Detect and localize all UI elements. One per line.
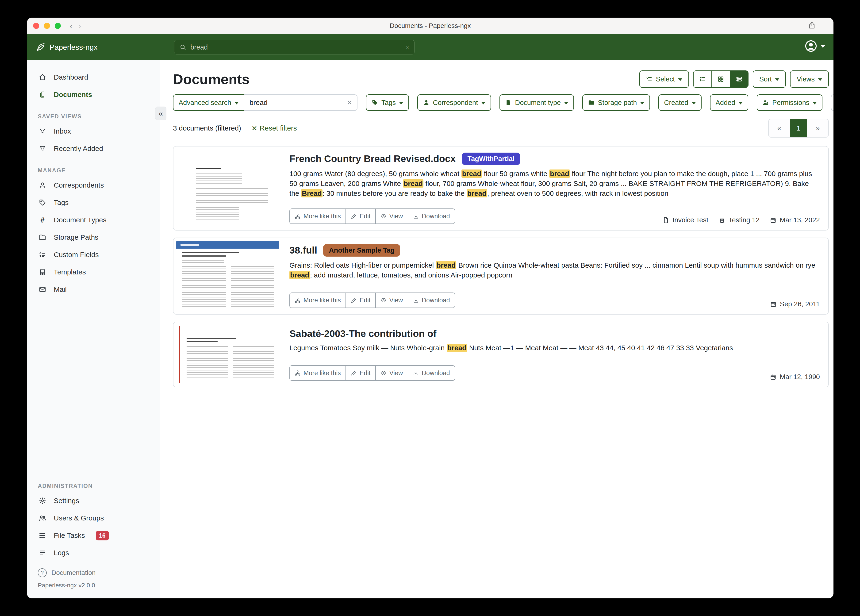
edit-button[interactable]: Edit [346, 366, 376, 380]
sidebar-item-correspondents[interactable]: Correspondents [27, 176, 160, 194]
document-title[interactable]: French Country Bread Revised.docx [289, 153, 456, 164]
documentation-link[interactable]: ? Documentation [38, 566, 160, 580]
document-meta: Mar 12, 1990 [770, 373, 820, 381]
chevron-down-icon [813, 102, 817, 104]
sidebar-item-storage-paths[interactable]: Storage Paths [27, 229, 160, 246]
sidebar-item-label: Correspondents [54, 181, 104, 189]
sidebar-item-templates[interactable]: Templates [27, 263, 160, 281]
added-filter-button[interactable]: Added [710, 94, 749, 111]
global-search[interactable]: x [174, 40, 414, 55]
document-type-link[interactable]: Invoice Test [662, 216, 708, 224]
sidebar-item-documents[interactable]: Documents [27, 86, 160, 103]
correspondent-filter-button[interactable]: Correspondent [417, 94, 491, 111]
file-icon [662, 217, 669, 223]
previous-page-button[interactable]: « [769, 119, 790, 137]
storage-link[interactable]: Testing 12 [719, 216, 760, 224]
sidebar-item-inbox[interactable]: Inbox [27, 123, 160, 140]
download-button[interactable]: Download [408, 209, 455, 223]
page-header-row: Documents Select [173, 71, 829, 88]
chevron-down-icon [640, 102, 644, 104]
created-filter-label: Created [664, 99, 688, 107]
sidebar-item-recently-added[interactable]: Recently Added [27, 140, 160, 157]
detail-view-button[interactable] [730, 71, 748, 87]
share-icon[interactable] [808, 21, 816, 30]
user-menu[interactable] [804, 39, 825, 53]
more-like-this-button[interactable]: More like this [290, 293, 346, 308]
global-search-input[interactable] [190, 43, 406, 52]
views-button[interactable]: Views [790, 71, 829, 88]
chevron-down-icon [399, 102, 403, 104]
sidebar-item-dashboard[interactable]: Dashboard [27, 69, 160, 86]
person-icon [38, 181, 47, 189]
document-title[interactable]: Sabaté-2003-The contribution of [289, 328, 436, 339]
created-filter-button[interactable]: Created [658, 94, 701, 111]
document-thumbnail[interactable] [173, 238, 282, 314]
list-view-button[interactable] [694, 71, 712, 87]
sidebar-item-logs[interactable]: Logs [27, 544, 160, 561]
sidebar-item-custom-fields[interactable]: Custom Fields [27, 246, 160, 263]
file-tasks-badge: 16 [96, 531, 109, 541]
edit-button[interactable]: Edit [346, 293, 376, 308]
view-button[interactable]: View [376, 209, 408, 223]
download-icon [413, 213, 419, 219]
storage-path-filter-button[interactable]: Storage path [582, 94, 650, 111]
document-type-filter-button[interactable]: Document type [499, 94, 574, 111]
tag-badge[interactable]: TagWithPartial [462, 152, 520, 165]
document-snippet: 100 grams Water (80 degrees), 50 grams w… [289, 169, 820, 198]
more-like-this-button[interactable]: More like this [290, 209, 346, 223]
eye-icon [380, 297, 386, 303]
storage-value: Testing 12 [728, 216, 760, 224]
tag-badge[interactable]: Another Sample Tag [323, 244, 400, 256]
sort-button[interactable]: Sort [753, 71, 786, 88]
sidebar-item-tags[interactable]: Tags [27, 194, 160, 211]
advanced-search-group: Advanced search ✕ [173, 94, 358, 111]
reset-filters-button[interactable]: ✕ Reset filters [831, 94, 833, 111]
next-page-button[interactable]: » [807, 119, 828, 137]
document-card-body: Sabaté-2003-The contribution of Legumes … [282, 322, 828, 387]
card-actions: More like this Edit View [289, 292, 455, 308]
view-controls: Select S [639, 71, 829, 88]
more-like-this-button[interactable]: More like this [290, 366, 346, 380]
view-button[interactable]: View [376, 366, 408, 380]
sidebar-item-document-types[interactable]: # Document Types [27, 211, 160, 229]
sidebar-item-file-tasks[interactable]: File Tasks 16 [27, 527, 160, 544]
download-button[interactable]: Download [408, 293, 455, 308]
funnel-icon [38, 127, 47, 135]
sidebar-item-users-groups[interactable]: Users & Groups [27, 509, 160, 527]
filter-query-input[interactable] [244, 99, 357, 107]
permissions-filter-button[interactable]: Permissions [757, 94, 822, 111]
sidebar-item-label: Storage Paths [54, 233, 98, 241]
download-label: Download [422, 369, 450, 377]
document-snippet: Legumes Tomatoes Soy milk — Nuts Whole-g… [289, 343, 820, 353]
reset-filters-link[interactable]: ✕ Reset filters [251, 124, 297, 132]
select-button[interactable]: Select [639, 71, 689, 88]
sidebar-collapse-button[interactable]: « [155, 107, 166, 120]
tags-filter-button[interactable]: Tags [366, 94, 409, 111]
clear-search-icon[interactable]: x [406, 43, 409, 51]
document-thumbnail[interactable] [173, 322, 282, 387]
document-card: 38.full Another Sample Tag Grains: Rolle… [173, 237, 829, 314]
grid-view-button[interactable] [712, 71, 730, 87]
funnel-icon [38, 145, 47, 152]
view-button[interactable]: View [376, 293, 408, 308]
document-snippet: Grains: Rolled oats High-fiber or pumper… [289, 260, 820, 280]
document-card: Sabaté-2003-The contribution of Legumes … [173, 322, 829, 387]
document-meta: Sep 26, 2011 [770, 300, 820, 308]
document-thumbnail[interactable] [173, 146, 282, 230]
download-button[interactable]: Download [408, 366, 455, 380]
app-shell: « Dashboard Documents SAVED VIEWS Inbox … [27, 60, 833, 599]
page-1-button[interactable]: 1 [790, 119, 807, 137]
document-type-filter-label: Document type [515, 99, 561, 107]
sidebar-item-settings[interactable]: Settings [27, 492, 160, 509]
sidebar-item-mail[interactable]: Mail [27, 281, 160, 298]
advanced-search-dropdown[interactable]: Advanced search [173, 94, 244, 111]
template-icon [38, 268, 47, 276]
chevron-down-icon [775, 79, 779, 81]
filter-bar: Advanced search ✕ Tags Correspondent [173, 94, 829, 111]
main-content: Documents Select [160, 60, 833, 599]
brand[interactable]: Paperless-ngx [36, 42, 98, 52]
document-title[interactable]: 38.full [289, 245, 317, 256]
clear-query-icon[interactable]: ✕ [347, 99, 352, 107]
sitemap-icon [295, 370, 301, 376]
edit-button[interactable]: Edit [346, 209, 376, 223]
